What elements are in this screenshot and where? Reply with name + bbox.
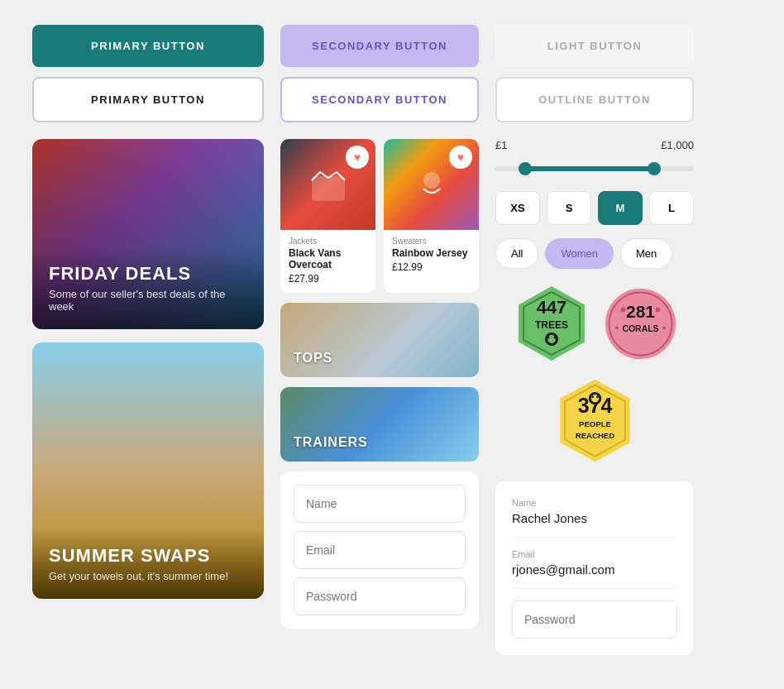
- primary-filled-button[interactable]: PRIMARY BUTTON: [32, 25, 264, 67]
- product-card-sweaters: ♥ Sweaters Rainbow Jersey £12.99: [384, 139, 479, 293]
- svg-text:CORALS: CORALS: [622, 324, 658, 333]
- size-selector: XS S M L: [495, 191, 694, 225]
- svg-point-25: [591, 395, 594, 398]
- svg-point-7: [547, 335, 556, 343]
- size-xs[interactable]: XS: [495, 191, 540, 225]
- svg-text:281: 281: [626, 301, 655, 320]
- price-range-section: £1 £1,000: [495, 139, 694, 178]
- product-price-sweaters: £12.99: [392, 261, 471, 273]
- svg-point-8: [547, 337, 549, 339]
- svg-text:TREES: TREES: [534, 319, 567, 331]
- category-card-tops[interactable]: TOPS: [280, 303, 479, 377]
- password-input[interactable]: [294, 577, 466, 615]
- product-category-sweaters: Sweaters: [392, 237, 471, 246]
- badge-trees: 447 TREES: [510, 282, 593, 365]
- svg-point-15: [655, 307, 660, 312]
- light-button[interactable]: LIGHT BUTTON: [495, 25, 694, 67]
- size-m[interactable]: M: [598, 191, 643, 225]
- price-min: £1: [495, 139, 507, 151]
- filter-men[interactable]: Men: [620, 238, 672, 269]
- profile-name-value: Rachel Jones: [512, 511, 677, 525]
- size-l[interactable]: L: [649, 191, 694, 225]
- product-price-jackets: £27.99: [289, 273, 367, 285]
- profile-email-label: Email: [512, 549, 677, 559]
- tops-label: TOPS: [294, 351, 332, 366]
- product-category-jackets: Jackets: [289, 237, 367, 246]
- friday-deals-title: FRIDAY DEALS: [49, 263, 247, 285]
- product-name-jackets: Black Vans Overcoat: [289, 247, 367, 270]
- form-card: [280, 471, 479, 629]
- friday-deals-card: FRIDAY DEALS Some of our seller's best d…: [32, 139, 264, 329]
- profile-email-value: rjones@gmail.com: [512, 562, 677, 577]
- product-name-sweaters: Rainbow Jersey: [392, 247, 471, 259]
- summer-swaps-title: SUMMER SWAPS: [49, 545, 247, 567]
- product-info-jackets: Jackets Black Vans Overcoat £27.99: [280, 230, 375, 293]
- profile-email-field: Email rjones@gmail.com: [512, 549, 677, 577]
- svg-point-14: [620, 307, 625, 312]
- profile-name-field: Name Rachel Jones: [512, 498, 677, 525]
- profile-divider-1: [512, 537, 677, 538]
- svg-point-26: [595, 395, 598, 398]
- range-track[interactable]: [495, 166, 694, 171]
- badges-section: 447 TREES 281 CORALS: [495, 282, 694, 468]
- trainers-image: [280, 387, 479, 462]
- svg-point-16: [615, 326, 619, 329]
- profile-password-input[interactable]: [512, 600, 677, 639]
- product-card-jackets: ♥ Jackets Black Vans Overcoat £27.99: [280, 139, 375, 293]
- summer-swaps-card: SUMMER SWAPS Get your towels out, it's s…: [32, 342, 264, 599]
- svg-point-1: [423, 172, 440, 189]
- email-input[interactable]: [294, 531, 466, 569]
- profile-name-label: Name: [512, 498, 677, 508]
- tops-image: [280, 303, 479, 377]
- heart-button-sweaters[interactable]: ♥: [449, 146, 472, 169]
- profile-form-card: Name Rachel Jones Email rjones@gmail.com: [495, 481, 694, 655]
- range-fill: [525, 166, 654, 171]
- svg-point-24: [590, 395, 599, 403]
- size-s[interactable]: S: [547, 191, 591, 225]
- profile-divider-2: [512, 588, 677, 589]
- name-input[interactable]: [294, 485, 466, 523]
- badge-people-reached: 374 PEOPLE REACHED: [547, 373, 643, 468]
- summer-swaps-overlay: SUMMER SWAPS Get your towels out, it's s…: [32, 529, 264, 599]
- primary-outline-button[interactable]: PRIMARY BUTTON: [32, 77, 264, 122]
- price-labels: £1 £1,000: [495, 139, 694, 151]
- svg-text:447: 447: [536, 297, 566, 318]
- product-info-sweaters: Sweaters Rainbow Jersey £12.99: [384, 230, 479, 281]
- trainers-label: TRAINERS: [294, 435, 368, 450]
- svg-text:REACHED: REACHED: [575, 431, 614, 440]
- friday-deals-overlay: FRIDAY DEALS Some of our seller's best d…: [32, 246, 264, 329]
- secondary-outline-button[interactable]: SECONDARY BUTTON: [280, 77, 479, 122]
- filter-all[interactable]: All: [495, 238, 538, 269]
- svg-rect-0: [312, 176, 345, 201]
- friday-deals-subtitle: Some of our seller's best deals of the w…: [49, 288, 247, 313]
- outline-button[interactable]: OUTLINE BUTTON: [495, 77, 694, 122]
- filter-women[interactable]: Women: [545, 238, 614, 269]
- price-max: £1,000: [661, 139, 694, 151]
- svg-text:PEOPLE: PEOPLE: [579, 419, 611, 428]
- range-thumb-right[interactable]: [648, 162, 661, 175]
- svg-point-9: [553, 337, 556, 339]
- badge-corals: 281 CORALS: [601, 285, 680, 363]
- range-thumb-left[interactable]: [519, 162, 532, 175]
- svg-point-17: [662, 326, 666, 329]
- filter-tabs: All Women Men: [495, 238, 694, 269]
- heart-button-jackets[interactable]: ♥: [346, 146, 369, 169]
- category-card-trainers[interactable]: TRAINERS: [280, 387, 479, 462]
- secondary-filled-button[interactable]: SECONDARY BUTTON: [280, 25, 479, 67]
- summer-swaps-subtitle: Get your towels out, it's summer time!: [49, 570, 247, 582]
